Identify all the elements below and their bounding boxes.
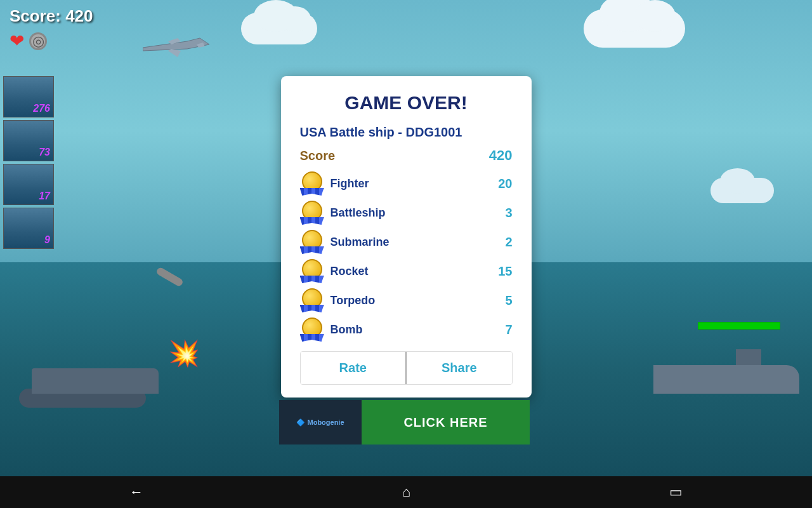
stat-row-5: Bomb 7 xyxy=(300,318,513,342)
stat-row-1: Battleship 3 xyxy=(300,201,513,225)
modal-title: GAME OVER! xyxy=(300,92,513,114)
medal-4 xyxy=(300,288,324,312)
home-button[interactable]: ⌂ xyxy=(390,481,423,504)
back-button[interactable]: ← xyxy=(117,481,156,504)
stat-value-0: 20 xyxy=(498,177,512,191)
game-over-modal: GAME OVER! USA Battle ship - DDG1001 Sco… xyxy=(281,76,532,398)
stat-value-3: 15 xyxy=(498,264,512,279)
share-button[interactable]: Share xyxy=(407,352,512,384)
game-background: Score: 420 ❤ ◎ 276 73 17 9 xyxy=(0,0,812,476)
stat-row-3: Rocket 15 xyxy=(300,259,513,283)
stat-value-2: 2 xyxy=(505,235,512,250)
stat-name-2: Submarine xyxy=(331,236,506,249)
stat-name-5: Bomb xyxy=(331,323,506,337)
score-label: Score xyxy=(300,149,336,163)
stat-name-1: Battleship xyxy=(331,206,506,220)
stat-row-2: Submarine 2 xyxy=(300,230,513,254)
recents-button[interactable]: ▭ xyxy=(657,481,695,504)
rate-button[interactable]: Rate xyxy=(301,352,406,384)
stat-row-0: Fighter 20 xyxy=(300,171,513,196)
medal-0 xyxy=(300,171,324,196)
stat-name-3: Rocket xyxy=(331,265,499,278)
medal-2 xyxy=(300,230,324,254)
stats-container: Fighter 20 Battleship 3 Submarine 2 Rock… xyxy=(300,171,513,342)
medal-5 xyxy=(300,318,324,342)
ad-cta-button[interactable]: CLICK HERE xyxy=(362,400,530,444)
modal-buttons: Rate Share xyxy=(300,351,513,385)
ad-banner[interactable]: 🔷 Mobogenie CLICK HERE xyxy=(279,400,530,444)
stat-value-4: 5 xyxy=(505,293,512,308)
nav-bar: ← ⌂ ▭ xyxy=(0,476,812,508)
medal-3 xyxy=(300,259,324,283)
stat-value-5: 7 xyxy=(505,323,512,337)
medal-1 xyxy=(300,201,324,225)
stat-name-0: Fighter xyxy=(331,177,499,190)
stat-value-1: 3 xyxy=(505,206,512,220)
score-row: Score 420 xyxy=(300,147,513,164)
stat-row-4: Torpedo 5 xyxy=(300,288,513,312)
stat-name-4: Torpedo xyxy=(331,294,506,307)
ad-logo: 🔷 Mobogenie xyxy=(279,400,362,444)
ship-name: USA Battle ship - DDG1001 xyxy=(300,125,513,140)
score-value-display: 420 xyxy=(489,147,513,164)
